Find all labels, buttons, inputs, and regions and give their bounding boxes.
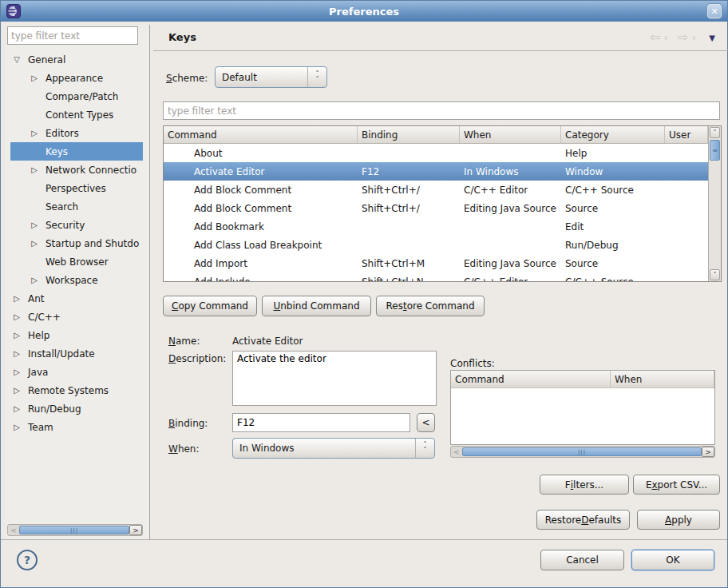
combo-updown-icon: ˄˅ (415, 439, 434, 458)
tree-item-network-connectio[interactable]: ▷Network Connectio (10, 161, 143, 179)
description-label: Description: (168, 353, 226, 364)
binding-back-button[interactable]: < (417, 413, 435, 432)
scroll-right-button[interactable]: > (129, 525, 142, 535)
column-header-binding[interactable]: Binding (358, 126, 460, 143)
tree-item-web-browser[interactable]: Web Browser (10, 252, 143, 271)
scrollbar-thumb[interactable]: ||| (19, 526, 129, 534)
column-header-category[interactable]: Category (561, 126, 665, 143)
export-csv-button[interactable]: Export CSV... (633, 475, 720, 495)
expander-collapsed-icon[interactable]: ▷ (12, 423, 22, 431)
expander-collapsed-icon[interactable]: ▷ (12, 404, 22, 413)
expander-collapsed-icon[interactable]: ▷ (30, 165, 39, 174)
expander-collapsed-icon[interactable]: ▷ (12, 312, 22, 321)
tree-item-keys[interactable]: Keys (10, 142, 143, 161)
table-row-add-class-load-breakpoint[interactable]: Add Class Load BreakpointRun/Debug (164, 236, 708, 254)
filters-button[interactable]: Filters... (540, 475, 629, 495)
ok-button[interactable]: OK (631, 550, 714, 570)
conflicts-horizontal-scrollbar[interactable]: < ||| > (450, 446, 715, 458)
cell-command: Add Include (164, 276, 358, 282)
expander-collapsed-icon[interactable]: ▷ (12, 368, 22, 376)
forward-arrow-icon[interactable]: ⇨ (678, 30, 688, 45)
column-header-command[interactable]: Command (164, 126, 358, 143)
tree-item-help[interactable]: ▷Help (10, 326, 143, 344)
tree-item-startup-and-shutdo[interactable]: ▷Startup and Shutdo (10, 234, 143, 252)
tree-item-security[interactable]: ▷Security (10, 216, 143, 234)
binding-input[interactable] (232, 413, 410, 432)
tree-item-label: Appearance (46, 73, 103, 84)
expander-collapsed-icon[interactable]: ▷ (12, 386, 22, 395)
preferences-dialog: Preferences ✕ ▽General▷AppearanceCompare… (0, 0, 728, 588)
tree-item-ant[interactable]: ▷Ant (10, 289, 143, 308)
table-row-add-import[interactable]: Add ImportShift+Ctrl+MEditing Java Sourc… (164, 254, 708, 272)
bindings-table-vertical-scrollbar[interactable]: ˄ ≡ ˅ (708, 126, 721, 281)
table-row-add-bookmark[interactable]: Add BookmarkEdit (164, 217, 708, 236)
table-row-add-block-comment[interactable]: Add Block CommentShift+Ctrl+/C/C++ Edito… (164, 181, 708, 199)
table-row-add-include[interactable]: Add IncludeShift+Ctrl+NC/C++ EditorC/C++… (164, 272, 708, 281)
sidebar-filter-input[interactable] (7, 26, 138, 45)
tree-item-workspace[interactable]: ▷Workspace (10, 271, 143, 289)
column-header-when[interactable]: When (460, 126, 561, 143)
back-arrow-icon[interactable]: ⇦ (650, 30, 660, 45)
tree-item-appearance[interactable]: ▷Appearance (10, 69, 143, 87)
cell-category: C/C++ Source (561, 185, 665, 196)
command-filter-input[interactable] (163, 101, 720, 120)
scheme-value: Default (216, 72, 307, 83)
scroll-down-icon[interactable]: ˅ (710, 269, 720, 280)
expander-collapsed-icon[interactable]: ▷ (30, 276, 39, 284)
titlebar[interactable]: Preferences ✕ (1, 1, 727, 22)
column-header-user[interactable]: User (665, 126, 708, 143)
back-dropdown-caret-icon[interactable]: ∨ (663, 34, 668, 42)
cell-command: Add Class Load Breakpoint (164, 240, 358, 251)
tree-item-perspectives[interactable]: Perspectives (10, 179, 143, 197)
tree-item-install-update[interactable]: ▷Install/Update (10, 344, 143, 363)
expander-expanded-icon[interactable]: ▽ (12, 55, 22, 64)
scroll-left-icon[interactable]: < (451, 447, 462, 457)
tree-item-c-c[interactable]: ▷C/C++ (10, 308, 143, 326)
conflicts-column-header-command[interactable]: Command (451, 371, 611, 387)
scrollbar-thumb[interactable]: ||| (462, 447, 702, 456)
expander-collapsed-icon[interactable]: ▷ (30, 220, 39, 229)
restore-defaults-button[interactable]: Restore Defaults (536, 510, 630, 530)
sidebar-horizontal-scrollbar[interactable]: < ||| > (7, 524, 143, 536)
view-menu-icon[interactable]: ▼ (709, 34, 715, 42)
tree-item-label: Compare/Patch (46, 91, 118, 102)
apply-button[interactable]: Apply (637, 510, 720, 530)
scroll-right-button[interactable]: > (702, 447, 714, 457)
table-row-activate-editor[interactable]: Activate EditorF12In WindowsWindow (164, 162, 708, 181)
name-value: Activate Editor (232, 336, 303, 347)
conflicts-column-header-when[interactable]: When (611, 371, 714, 387)
cell-command: Add Import (164, 258, 358, 269)
tree-item-general[interactable]: ▽General (10, 50, 143, 69)
expander-collapsed-icon[interactable]: ▷ (30, 129, 39, 137)
tree-item-editors[interactable]: ▷Editors (10, 124, 143, 142)
table-row-add-block-comment[interactable]: Add Block CommentShift+Ctrl+/Editing Jav… (164, 199, 708, 217)
unbind-command-button[interactable]: Unbind Command (262, 296, 371, 316)
table-row-about[interactable]: AboutHelp (164, 144, 708, 162)
expander-collapsed-icon[interactable]: ▷ (30, 239, 39, 248)
scroll-left-icon[interactable]: < (8, 525, 19, 535)
close-button[interactable]: ✕ (706, 3, 722, 19)
page-nav-icons: ⇦ ∨ ⇨ ∨ ▼ (650, 30, 715, 45)
tree-item-remote-systems[interactable]: ▷Remote Systems (10, 381, 143, 399)
expander-collapsed-icon[interactable]: ▷ (12, 294, 22, 303)
expander-collapsed-icon[interactable]: ▷ (12, 331, 22, 340)
tree-item-java[interactable]: ▷Java (10, 363, 143, 381)
scrollbar-thumb[interactable]: ≡ (710, 140, 720, 161)
tree-item-label: Java (28, 367, 48, 378)
copy-command-button[interactable]: Copy Command (163, 296, 257, 316)
forward-dropdown-caret-icon[interactable]: ∨ (691, 34, 696, 42)
expander-collapsed-icon[interactable]: ▷ (12, 349, 22, 358)
tree-item-compare-patch[interactable]: Compare/Patch (10, 87, 143, 105)
help-button[interactable]: ? (17, 550, 38, 570)
tree-item-team[interactable]: ▷Team (10, 418, 143, 436)
cancel-button[interactable]: Cancel (540, 550, 624, 570)
description-textarea[interactable]: Activate the editor (232, 351, 437, 406)
tree-item-run-debug[interactable]: ▷Run/Debug (10, 399, 143, 418)
restore-command-button[interactable]: Restore Command (376, 296, 485, 316)
tree-item-search[interactable]: Search (10, 197, 143, 216)
when-combo[interactable]: In Windows ˄˅ (232, 438, 435, 459)
scheme-combo[interactable]: Default ˄˅ (215, 66, 327, 88)
scroll-up-icon[interactable]: ˄ (710, 127, 720, 138)
expander-collapsed-icon[interactable]: ▷ (30, 74, 39, 82)
tree-item-content-types[interactable]: Content Types (10, 105, 143, 124)
